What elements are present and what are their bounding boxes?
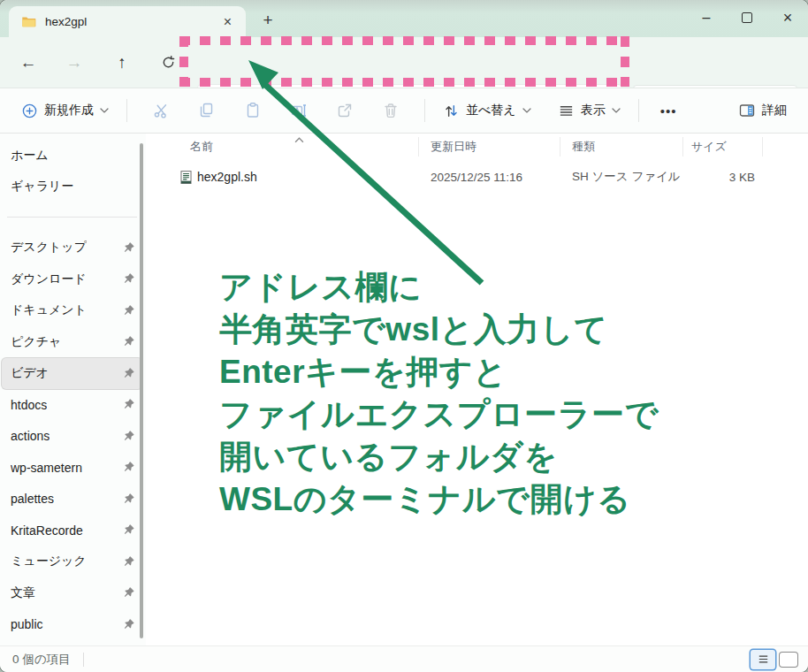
- toolbar-divider: [424, 99, 425, 122]
- maximize-icon: [742, 12, 752, 23]
- maximize-button[interactable]: [727, 0, 767, 35]
- column-header-modified[interactable]: 更新日時: [431, 139, 476, 155]
- sidebar-item-htdocs[interactable]: htdocs: [2, 389, 142, 420]
- chevron-down-icon: [612, 108, 621, 113]
- sidebar-item-wp-sametern[interactable]: wp-sametern: [2, 452, 142, 483]
- explorer-window: hex2gpl × + – × ← → ↑ wsl × hex2gplの検索: [0, 0, 808, 672]
- sidebar-item-palettes[interactable]: palettes: [2, 484, 142, 515]
- column-header-name[interactable]: 名前: [190, 139, 213, 155]
- refresh-icon: [161, 55, 176, 70]
- column-header-size[interactable]: サイズ: [691, 139, 727, 155]
- copy-icon: [198, 102, 216, 119]
- icons-view-toggle[interactable]: [780, 653, 797, 667]
- sort-ascending-icon: [294, 131, 304, 147]
- file-row[interactable]: hex2gpl.sh 2025/12/25 11:16 SH ソース ファイル …: [156, 164, 792, 190]
- pin-icon: [123, 241, 135, 254]
- sidebar-item-public[interactable]: public: [2, 609, 142, 640]
- status-bar: 0 個の項目: [0, 645, 808, 672]
- sidebar-item-home[interactable]: ホーム: [2, 140, 142, 171]
- pin-icon: [123, 586, 135, 599]
- sidebar-item-videos[interactable]: ビデオ: [2, 358, 142, 389]
- pin-icon: [123, 335, 135, 347]
- sidebar-item-actions[interactable]: actions: [2, 421, 142, 452]
- view-lines-icon: [558, 103, 575, 119]
- forward-button[interactable]: →: [58, 37, 90, 88]
- close-button[interactable]: ×: [767, 0, 808, 35]
- pin-icon: [123, 493, 135, 505]
- sidebar-item-kritarecorde[interactable]: KritaRecorde: [2, 515, 142, 546]
- refresh-button[interactable]: [152, 37, 184, 88]
- folder-icon: [21, 14, 36, 29]
- window-controls: – ×: [686, 0, 808, 35]
- sidebar-item-pictures[interactable]: ピクチャ: [2, 326, 142, 357]
- trash-icon: [382, 102, 400, 119]
- column-header-type[interactable]: 種類: [572, 139, 595, 155]
- share-button[interactable]: [322, 95, 368, 126]
- status-divider: [83, 653, 84, 667]
- up-button[interactable]: ↑: [106, 37, 138, 88]
- column-divider[interactable]: [560, 137, 560, 157]
- command-toolbar: 新規作成 並べ替え 表示: [0, 88, 808, 134]
- pin-icon: [123, 461, 135, 473]
- sidebar-item-label: ミュージック: [11, 554, 87, 569]
- copy-button[interactable]: [184, 95, 230, 126]
- sidebar-item-downloads[interactable]: ダウンロード: [2, 263, 142, 294]
- sidebar-item-music[interactable]: ミュージック: [2, 546, 142, 577]
- plus-circle-icon: [21, 103, 38, 119]
- navigation-bar: ← → ↑ wsl × hex2gplの検索: [0, 37, 808, 88]
- sidebar-item-gallery[interactable]: ギャラリー: [2, 172, 142, 202]
- back-button[interactable]: ←: [12, 37, 44, 88]
- pin-icon: [123, 272, 135, 285]
- sidebar-scrollbar[interactable]: [140, 143, 143, 638]
- sidebar-item-label: ピクチャ: [11, 334, 61, 350]
- sidebar-item-label: wp-sametern: [11, 461, 82, 475]
- paste-button[interactable]: [230, 95, 276, 126]
- sidebar-item-bunsho[interactable]: 文章: [2, 577, 142, 608]
- more-options-button[interactable]: •••: [650, 103, 688, 118]
- tab-strip: hex2gpl × + – ×: [0, 0, 808, 37]
- sidebar-item-label: public: [11, 617, 43, 631]
- details-view-toggle[interactable]: [751, 650, 775, 669]
- file-type: SH ソース ファイル: [572, 169, 681, 185]
- column-divider[interactable]: [682, 137, 683, 157]
- new-label: 新規作成: [44, 103, 94, 118]
- view-button[interactable]: 表示: [551, 95, 628, 126]
- sidebar-item-desktop[interactable]: デスクトップ: [2, 233, 142, 263]
- column-divider[interactable]: [762, 137, 763, 157]
- details-pane-icon: [738, 102, 756, 119]
- sidebar-item-label: actions: [11, 429, 50, 443]
- sort-button[interactable]: 並べ替え: [436, 95, 538, 126]
- pin-icon: [123, 555, 135, 568]
- file-modified: 2025/12/25 11:16: [431, 171, 522, 184]
- sidebar-item-label: htdocs: [11, 398, 47, 412]
- tab-hex2gpl[interactable]: hex2gpl ×: [9, 6, 246, 37]
- pin-icon: [123, 398, 135, 410]
- sidebar-item-label: デスクトップ: [11, 240, 87, 256]
- chevron-down-icon: [100, 108, 109, 113]
- new-button[interactable]: 新規作成: [14, 95, 116, 126]
- rename-button[interactable]: [276, 95, 322, 126]
- sidebar-divider: [7, 217, 137, 218]
- details-view-icon: [757, 653, 770, 666]
- sort-label: 並べ替え: [466, 103, 516, 118]
- navigation-sidebar: ホーム ギャラリー デスクトップ ダウンロード ドキュメント ピクチャ: [0, 134, 146, 645]
- file-size: 3 KB: [682, 171, 755, 184]
- cut-button[interactable]: [138, 95, 184, 126]
- minimize-button[interactable]: –: [686, 0, 727, 35]
- scissors-icon: [152, 102, 170, 119]
- rename-icon: [290, 102, 308, 119]
- column-divider[interactable]: [418, 137, 419, 157]
- toolbar-divider: [638, 99, 639, 122]
- details-pane-button[interactable]: 詳細: [731, 95, 794, 126]
- delete-button[interactable]: [368, 95, 414, 126]
- sidebar-item-documents[interactable]: ドキュメント: [2, 295, 142, 326]
- pin-icon: [123, 430, 135, 442]
- sidebar-item-label: ドキュメント: [11, 302, 87, 318]
- new-tab-button[interactable]: +: [255, 7, 281, 34]
- sidebar-item-label: ビデオ: [11, 365, 49, 381]
- view-label: 表示: [581, 103, 606, 118]
- tab-close-icon[interactable]: ×: [218, 13, 237, 31]
- chevron-down-icon: [522, 108, 531, 113]
- sort-arrows-icon: [443, 103, 460, 119]
- sidebar-item-label: palettes: [11, 492, 54, 506]
